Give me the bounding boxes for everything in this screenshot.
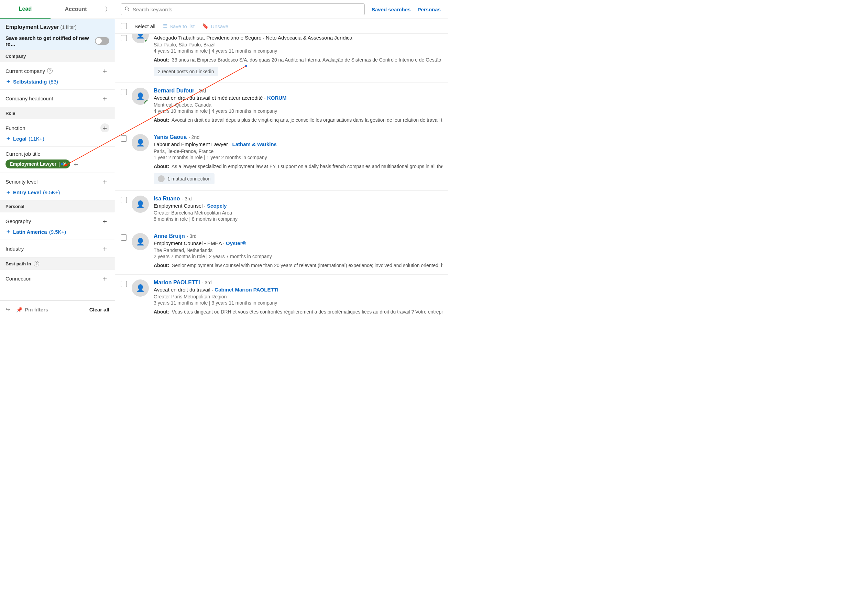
add-filter-button[interactable]: ＋ xyxy=(101,244,109,253)
pin-filters-label: Pin filters xyxy=(25,306,48,313)
results-list: 👤 Advogado Trabalhista, Previdenciário e… xyxy=(115,33,448,318)
result-checkbox[interactable] xyxy=(121,234,127,240)
presence-away-icon xyxy=(144,101,149,105)
tab-lead[interactable]: Lead xyxy=(0,0,50,19)
search-keywords-box[interactable] xyxy=(121,3,365,15)
avatar[interactable]: 👤 xyxy=(132,233,149,250)
filter-value-count: (9.5K+) xyxy=(43,189,60,195)
svg-point-0 xyxy=(125,7,128,10)
filter-geography: Geography ＋ ＋ Latin America (9.5K+) xyxy=(0,212,115,240)
result-name-link[interactable]: Marion PAOLETTI xyxy=(154,280,200,286)
result-tenure: 8 months in role | 8 months in company xyxy=(154,216,443,222)
company-link[interactable]: Cabinet Marion PAOLETTI xyxy=(215,287,278,292)
chip-label: 2 recent posts on Linkedin xyxy=(158,69,214,74)
section-label: Best path in xyxy=(6,261,31,266)
search-keywords-input[interactable] xyxy=(133,6,361,13)
result-chip[interactable]: 1 mutual connection xyxy=(154,173,215,184)
filter-value-label: Legal xyxy=(13,136,27,141)
clear-all-button[interactable]: Clear all xyxy=(90,306,109,313)
search-result: 👤 Marion PAOLETTI · 3rd Avocat en droit … xyxy=(115,275,448,318)
filter-value-label: Latin America xyxy=(13,229,47,235)
section-role: Role xyxy=(0,107,115,119)
filter-value-function[interactable]: ＋ Legal (11K+) xyxy=(6,135,109,142)
company-link[interactable]: KORUM xyxy=(267,95,287,101)
result-tenure: 1 year 2 months in role | 1 year 2 month… xyxy=(154,155,443,160)
filter-value-geography[interactable]: ＋ Latin America (9.5K+) xyxy=(6,228,109,236)
filter-label: Current company xyxy=(6,68,45,74)
filter-seniority-level: Seniority level ＋ ＋ Entry Level (9.5K+) xyxy=(0,173,115,200)
result-name-link[interactable]: Isa Ruano xyxy=(154,196,180,202)
filter-value-current-company[interactable]: ＋ Selbstständig (83) xyxy=(6,78,109,85)
company-link[interactable]: Oyster® xyxy=(226,240,246,246)
result-name-link[interactable]: Bernard Dufour xyxy=(154,88,194,94)
about-snippet: About: Vous êtes dirigeant ou DRH et vou… xyxy=(154,309,443,314)
pin-filters-button[interactable]: 📌 Pin filters xyxy=(16,306,48,313)
filter-value-seniority[interactable]: ＋ Entry Level (9.5K+) xyxy=(6,189,109,196)
result-name-link[interactable]: Yanis Gaoua xyxy=(154,134,187,140)
connection-degree: · 3rd xyxy=(182,196,192,201)
pill-label: Employment Lawyer xyxy=(9,161,57,167)
add-filter-button[interactable]: ＋ xyxy=(101,177,109,186)
avatar[interactable]: 👤 xyxy=(132,88,149,105)
tab-account[interactable]: Account xyxy=(50,0,101,19)
company-link[interactable]: Latham & Watkins xyxy=(232,141,276,147)
svg-line-1 xyxy=(128,9,129,11)
filter-value-count: (83) xyxy=(49,79,58,85)
result-checkbox[interactable] xyxy=(121,135,127,141)
help-icon[interactable]: ? xyxy=(47,68,53,74)
filter-pill-employment-lawyer[interactable]: Employment Lawyer | ✕ xyxy=(6,159,70,168)
save-search-toggle[interactable] xyxy=(95,37,109,45)
save-search-notice: Save search to get notified of new re… xyxy=(6,35,92,47)
save-to-list-label: Save to list xyxy=(170,24,195,29)
add-filter-button[interactable]: ＋ xyxy=(101,94,109,103)
search-result: 👤 Bernard Dufour · 3rd Avocat en droit d… xyxy=(115,83,448,129)
section-personal: Personal xyxy=(0,200,115,212)
plus-icon: ＋ xyxy=(6,228,11,236)
search-result: 👤 Anne Bruijn · 3rd Employment Counsel -… xyxy=(115,228,448,275)
result-chip[interactable]: 2 recent posts on Linkedin xyxy=(154,67,218,76)
result-headline: Labour and Employment Lawyer · Latham & … xyxy=(154,141,443,147)
tabs-expand-chevron[interactable]: 〉 xyxy=(101,0,115,19)
avatar[interactable]: 👤 xyxy=(132,196,149,213)
add-filter-button[interactable]: ＋ xyxy=(101,123,109,132)
redo-icon[interactable]: ↪ xyxy=(6,306,10,313)
avatar[interactable]: 👤 xyxy=(132,280,149,297)
result-location: The Randstad, Netherlands xyxy=(154,247,443,253)
select-all-checkbox[interactable] xyxy=(121,23,127,29)
saved-searches-link[interactable]: Saved searches xyxy=(372,6,410,13)
filter-label: Company headcount xyxy=(6,96,53,101)
result-checkbox[interactable] xyxy=(121,89,127,95)
filter-label: Geography xyxy=(6,218,31,224)
list-icon: ☰ xyxy=(163,23,167,29)
help-icon[interactable]: ? xyxy=(34,261,39,266)
search-title: Employment Lawyer xyxy=(6,24,59,30)
company-link[interactable]: Scopely xyxy=(207,203,227,209)
result-name-link[interactable]: Anne Bruijn xyxy=(154,233,185,239)
avatar[interactable]: 👤 xyxy=(132,33,149,43)
result-headline: Avocat en droit du travail · Cabinet Mar… xyxy=(154,287,443,292)
result-checkbox[interactable] xyxy=(121,197,127,203)
plus-icon: ＋ xyxy=(6,135,11,142)
add-filter-button[interactable]: ＋ xyxy=(101,274,109,283)
search-summary: Employment Lawyer (1 filter) Save search… xyxy=(0,19,115,50)
pill-remove-icon[interactable]: ✕ xyxy=(62,161,68,167)
result-checkbox[interactable] xyxy=(121,35,127,41)
section-best-path: Best path in ? xyxy=(0,258,115,270)
add-filter-button[interactable]: ＋ xyxy=(101,217,109,225)
sidebar-tabs: Lead Account 〉 xyxy=(0,0,115,19)
personas-link[interactable]: Personas xyxy=(417,6,441,13)
result-checkbox[interactable] xyxy=(121,281,127,287)
result-location: Greater Barcelona Metropolitan Area xyxy=(154,210,443,215)
avatar[interactable]: 👤 xyxy=(132,134,149,151)
add-pill-button[interactable]: ＋ xyxy=(73,160,79,168)
save-to-list-button[interactable]: ☰ Save to list xyxy=(163,23,195,29)
filter-industry: Industry ＋ xyxy=(0,240,115,258)
filters-sidebar: Lead Account 〉 Employment Lawyer (1 filt… xyxy=(0,0,115,318)
result-location: São Paulo, São Paulo, Brazil xyxy=(154,42,443,47)
result-headline: Employment Counsel - EMEA · Oyster® xyxy=(154,240,443,246)
add-filter-button[interactable]: ＋ xyxy=(101,66,109,75)
unsave-button[interactable]: 🔖 Unsave xyxy=(202,23,228,29)
results-toolbar: Select all ☰ Save to list 🔖 Unsave xyxy=(115,19,448,33)
search-filter-count: (1 filter) xyxy=(61,24,77,30)
filter-value-label: Entry Level xyxy=(13,189,41,195)
